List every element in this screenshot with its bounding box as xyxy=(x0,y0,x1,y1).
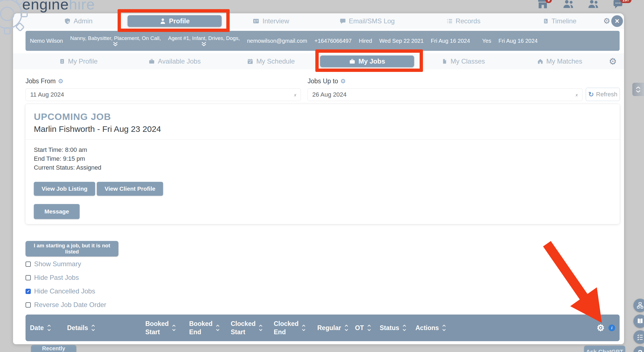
tab-my-profile[interactable]: My Profile xyxy=(54,56,103,67)
jobs-from-value: 11 Aug 2024 xyxy=(30,91,64,98)
gear-icon[interactable] xyxy=(340,78,346,84)
tab-label: Interview xyxy=(262,17,289,25)
home-icon xyxy=(537,58,544,65)
users-icon[interactable] xyxy=(562,0,575,10)
candidate-info-bar: Nemo Wilson Nanny, Babysitter, Placement… xyxy=(26,31,620,51)
users-icon[interactable] xyxy=(587,0,600,10)
jobs-from-label: Jobs From xyxy=(26,77,63,85)
column-header-clocked-start[interactable]: ClockedStart xyxy=(231,320,274,336)
checkbox-icon[interactable] xyxy=(26,262,31,267)
sort-icon[interactable] xyxy=(172,324,176,331)
sitemap-fab-button[interactable] xyxy=(633,299,644,312)
sort-icon[interactable] xyxy=(402,324,406,331)
shield-admin-icon xyxy=(64,18,71,24)
help-fab-button[interactable] xyxy=(633,346,644,352)
column-header-details[interactable]: Details xyxy=(67,324,145,332)
job-end-time: End Time: 9:15 pm xyxy=(34,155,611,163)
column-header-regular[interactable]: Regular xyxy=(317,324,355,332)
tab-my-classes[interactable]: My Classes xyxy=(437,56,490,67)
checkbox-icon[interactable] xyxy=(26,275,31,280)
tab-profile[interactable]: Profile xyxy=(128,15,222,27)
jobs-from-text: Jobs From xyxy=(26,77,56,85)
sort-icon[interactable] xyxy=(442,324,446,331)
chevron-up-icon[interactable] xyxy=(636,86,641,89)
gear-icon[interactable] xyxy=(609,57,617,66)
roles-text: Nanny, Babysitter, Placement, On Call, xyxy=(70,35,161,41)
logo-text-primary: engine xyxy=(22,0,69,12)
gear-icon[interactable] xyxy=(58,78,64,84)
view-client-profile-button[interactable]: View Client Profile xyxy=(97,182,163,196)
sort-icon[interactable] xyxy=(259,324,263,331)
tab-label: Available Jobs xyxy=(158,57,201,65)
column-header-booked-start[interactable]: BookedStart xyxy=(145,320,189,336)
chevron-double-down-icon[interactable] xyxy=(201,42,207,47)
table-settings-gear-icon[interactable] xyxy=(597,323,605,333)
tab-timeline[interactable]: Timeline xyxy=(538,15,582,27)
candidate-date-hired: Wed Sep 22 2021 xyxy=(379,38,424,44)
upcoming-job-heading: UPCOMING JOB xyxy=(34,111,611,122)
profile-doc-icon xyxy=(59,58,65,65)
candidate-attributes[interactable]: Agent #1, Infant, Drives, Dogs, xyxy=(168,35,240,47)
candidate-roles[interactable]: Nanny, Babysitter, Placement, On Call, xyxy=(70,35,161,47)
chat-notification-badge: 197 xyxy=(620,0,632,3)
tab-records[interactable]: Records xyxy=(441,15,485,27)
refresh-button[interactable]: Refresh xyxy=(586,88,620,101)
briefcase-icon xyxy=(349,58,356,65)
tab-admin[interactable]: Admin xyxy=(59,15,97,27)
recently-viewed-button[interactable]: Recently Viewed xyxy=(31,345,76,352)
clear-date-icon[interactable]: x xyxy=(294,92,296,97)
tab-my-jobs[interactable]: My Jobs xyxy=(320,56,414,67)
sort-icon[interactable] xyxy=(302,324,306,331)
sort-icon[interactable] xyxy=(344,324,348,331)
app-logo[interactable]: enginehire xyxy=(22,0,95,13)
id-card-icon xyxy=(252,18,260,24)
jobs-from-input[interactable]: 11 Aug 2024 x xyxy=(26,88,301,101)
chevron-double-down-icon[interactable] xyxy=(112,42,118,47)
tab-my-matches[interactable]: My Matches xyxy=(532,56,587,67)
candidate-email: nemowilson@gmail.com xyxy=(247,38,307,44)
checkbox-hide-cancelled-jobs[interactable]: Hide Cancelled Jobs xyxy=(26,287,106,295)
jobs-up-to-value: 26 Aug 2024 xyxy=(312,91,347,98)
main-panel: Admin Profile Interview Email/SMS Log Re… xyxy=(13,13,624,344)
primary-tab-bar: Admin Profile Interview Email/SMS Log Re… xyxy=(13,13,624,29)
checkbox-hide-past-jobs[interactable]: Hide Past Jobs xyxy=(26,273,106,282)
handbook-fab-button[interactable] xyxy=(633,315,644,328)
job-not-listed-button[interactable]: I am starting a job, but it is not liste… xyxy=(26,241,118,257)
column-header-date[interactable]: Date xyxy=(30,324,67,332)
column-header-booked-end[interactable]: BookedEnd xyxy=(189,320,231,336)
chevron-down-icon[interactable] xyxy=(636,90,641,93)
column-header-ot[interactable]: OT xyxy=(355,324,380,332)
gear-icon[interactable] xyxy=(603,17,610,25)
column-header-clocked-end[interactable]: ClockedEnd xyxy=(274,320,317,336)
checkbox-icon[interactable] xyxy=(26,289,31,294)
column-header-actions[interactable]: Actions xyxy=(415,324,457,332)
message-button[interactable]: Message xyxy=(34,204,80,219)
jobs-up-to-input[interactable]: 26 Aug 2024 x xyxy=(308,88,582,101)
candidate-phone: +16476066497 xyxy=(315,38,352,44)
jobs-up-to-text: Jobs Up to xyxy=(308,77,338,85)
checklist-fab-button[interactable] xyxy=(633,330,644,344)
close-icon[interactable] xyxy=(611,15,623,27)
view-job-listing-button[interactable]: View Job Listing xyxy=(34,182,95,196)
ask-chatgpt-button[interactable]: Ask ChatGPT xyxy=(584,346,625,352)
sort-icon[interactable] xyxy=(216,324,220,331)
clear-date-icon[interactable]: x xyxy=(576,92,578,97)
info-icon[interactable] xyxy=(608,325,615,331)
job-start-time: Start Time: 8:00 am xyxy=(34,146,611,154)
tab-available-jobs[interactable]: Available Jobs xyxy=(143,56,206,67)
edge-scroll-tab[interactable] xyxy=(632,83,644,96)
checkbox-show-summary[interactable]: Show Summary xyxy=(26,260,106,268)
column-header-status[interactable]: Status xyxy=(380,324,415,332)
logo-text-secondary: hire xyxy=(69,0,95,12)
tab-email-sms-log[interactable]: Email/SMS Log xyxy=(334,15,400,27)
sort-icon[interactable] xyxy=(47,324,51,331)
tab-interview[interactable]: Interview xyxy=(247,15,294,27)
tab-my-schedule[interactable]: My Schedule xyxy=(242,56,300,67)
checklist-icon xyxy=(637,333,644,341)
checkbox-reverse-job-date-order[interactable]: Reverse Job Date Order xyxy=(26,301,106,309)
checkbox-icon[interactable] xyxy=(26,302,31,308)
sort-icon[interactable] xyxy=(367,324,371,331)
sort-icon[interactable] xyxy=(91,324,95,331)
jobs-up-to-label: Jobs Up to xyxy=(308,77,346,85)
candidate-status: Hired xyxy=(359,38,372,44)
